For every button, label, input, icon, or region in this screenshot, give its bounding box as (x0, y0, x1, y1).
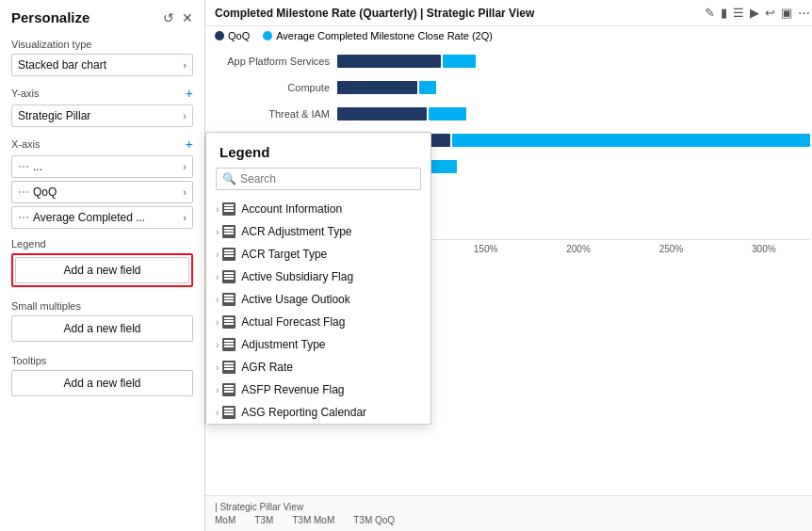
xaxis-field-1-name: ... (33, 160, 183, 173)
list-item-active-usage[interactable]: › Active Usage Outlook (206, 288, 430, 311)
yaxis-add-icon[interactable]: + (186, 86, 193, 101)
chart-toolbar: ✎ ▮ ☰ ▶ ↩ ▣ ⋯ (705, 6, 810, 20)
list-item-asfp[interactable]: › ASFP Revenue Flag (206, 378, 430, 401)
bar-container-3 (337, 106, 810, 121)
panel-header-icons: ↺ ✕ (163, 10, 193, 25)
legend-popup-title: Legend (206, 133, 430, 168)
drill-icon[interactable]: ▶ (750, 6, 759, 20)
list-item-label: Account Information (241, 202, 342, 216)
bottom-section: | Strategic Pillar View MoM T3M T3M MoM … (205, 495, 812, 531)
copy-icon[interactable]: ▮ (721, 6, 727, 20)
xaxis-header: X-axis + (11, 137, 193, 152)
list-item-acr-adj[interactable]: › ACR Adjustment Type (206, 220, 430, 243)
bar-dark-3 (337, 107, 427, 121)
bar-light-2 (419, 81, 436, 94)
legend-add-field-button[interactable]: Add a new field (15, 257, 189, 283)
x-tick-4: 250% (625, 244, 717, 254)
xaxis-field-3[interactable]: ⋯ Average Completed ... › (11, 206, 193, 229)
list-item-label-4: Active Subsidiary Flag (241, 270, 353, 283)
list-item-agr-rate[interactable]: › AGR Rate (206, 356, 430, 378)
bottom-label-t3mmom: T3M MoM (292, 515, 334, 525)
legend-list: › Account Information › ACR Adjustment T… (206, 198, 430, 424)
dots-icon-3: ⋯ (18, 211, 29, 224)
svg-rect-22 (224, 365, 234, 367)
list-item-acr-target[interactable]: › ACR Target Type (206, 243, 430, 266)
x-tick-2: 150% (439, 244, 531, 254)
legend-section: Legend Add a new field (11, 238, 193, 287)
xaxis-field-2-name: QoQ (33, 185, 183, 199)
table-icon-2 (222, 225, 235, 238)
legend-box: Add a new field (11, 253, 193, 287)
table-icon-4 (222, 270, 235, 283)
legend-item-avg: Average Completed Milestone Close Rate (… (263, 30, 493, 41)
list-item-label-6: Actual Forecast Flag (241, 315, 345, 329)
yaxis-value: Strategic Pillar (18, 109, 90, 122)
legend-search-input[interactable] (240, 172, 414, 185)
bar-dark-2 (337, 81, 417, 94)
small-multiples-add-button[interactable]: Add a new field (11, 315, 193, 342)
viz-type-dropdown[interactable]: Stacked bar chart › (11, 54, 193, 76)
bar-light-4 (452, 134, 810, 147)
bar-container-1 (337, 54, 810, 69)
more-icon[interactable]: ⋯ (798, 6, 810, 20)
list-item-account-info[interactable]: › Account Information (206, 198, 430, 220)
bottom-row: MoM T3M T3M MoM T3M QoQ (215, 515, 810, 525)
legend-popup: Legend 🔍 › Account Information › ACR Adj… (205, 132, 431, 425)
table-icon-7 (222, 338, 235, 351)
chart-header: Completed Milestone Rate (Quarterly) | S… (205, 0, 812, 26)
edit-icon[interactable]: ✎ (705, 6, 715, 20)
viz-type-chevron: › (183, 59, 187, 71)
bar-label-2: Compute (215, 82, 337, 93)
expand-icon[interactable]: ▣ (781, 6, 792, 20)
xaxis-field-1[interactable]: ⋯ ... › (11, 155, 193, 178)
svg-rect-5 (224, 233, 234, 234)
svg-rect-15 (224, 317, 234, 319)
list-item-label-10: ASG Reporting Calendar (241, 406, 366, 419)
bar-light-1 (443, 55, 476, 68)
close-icon[interactable]: ✕ (182, 10, 193, 25)
legend-label-avg: Average Completed Milestone Close Rate (… (276, 30, 493, 41)
svg-rect-17 (224, 323, 234, 325)
expand-arrow-7: › (216, 340, 219, 350)
list-item-label-2: ACR Adjustment Type (241, 225, 351, 238)
xaxis-field-2[interactable]: ⋯ QoQ › (11, 181, 193, 203)
tooltips-label: Tooltips (11, 355, 193, 366)
bottom-chart-title: | Strategic Pillar View (215, 502, 810, 512)
list-item-asg-cal[interactable]: › ASG Reporting Calendar (206, 401, 430, 424)
svg-rect-16 (224, 320, 234, 322)
svg-rect-24 (224, 385, 234, 387)
svg-rect-26 (224, 391, 234, 393)
expand-arrow-5: › (216, 295, 219, 305)
yaxis-dropdown[interactable]: Strategic Pillar › (11, 105, 193, 127)
svg-rect-6 (224, 249, 234, 251)
list-item-adjustment[interactable]: › Adjustment Type (206, 333, 430, 356)
svg-rect-1 (224, 207, 234, 209)
format-icon[interactable]: ☰ (733, 6, 744, 20)
legend-label-qoq: QoQ (228, 30, 250, 41)
tooltips-section: Tooltips Add a new field (11, 355, 193, 396)
panel-header: Personalize ↺ ✕ (11, 9, 193, 25)
list-item-label-3: ACR Target Type (241, 248, 327, 261)
bar-dark-1 (337, 55, 441, 68)
table-icon-1 (222, 202, 235, 216)
tooltips-add-button[interactable]: Add a new field (11, 370, 193, 396)
svg-rect-0 (224, 204, 234, 206)
reset-icon[interactable]: ↺ (163, 10, 174, 25)
right-area: Completed Milestone Rate (Quarterly) | S… (205, 0, 812, 531)
table-icon-8 (222, 361, 235, 374)
bar-label-3: Threat & IAM (215, 108, 337, 120)
bottom-label-t3m: T3M (254, 515, 273, 525)
list-item-active-sub[interactable]: › Active Subsidiary Flag (206, 266, 430, 288)
dots-icon: ⋯ (18, 160, 29, 173)
legend-item-qoq: QoQ (215, 30, 250, 41)
dots-icon-2: ⋯ (18, 185, 29, 199)
undo-icon[interactable]: ↩ (765, 6, 775, 20)
xaxis-add-icon[interactable]: + (186, 137, 193, 152)
list-item-actual-forecast[interactable]: › Actual Forecast Flag (206, 311, 430, 333)
panel-title: Personalize (11, 9, 89, 25)
list-item-label-9: ASFP Revenue Flag (241, 383, 344, 396)
legend-search[interactable]: 🔍 (216, 168, 421, 190)
small-multiples-label: Small multiples (11, 300, 193, 312)
table-icon-9 (222, 383, 235, 396)
table-icon-3 (222, 248, 235, 261)
